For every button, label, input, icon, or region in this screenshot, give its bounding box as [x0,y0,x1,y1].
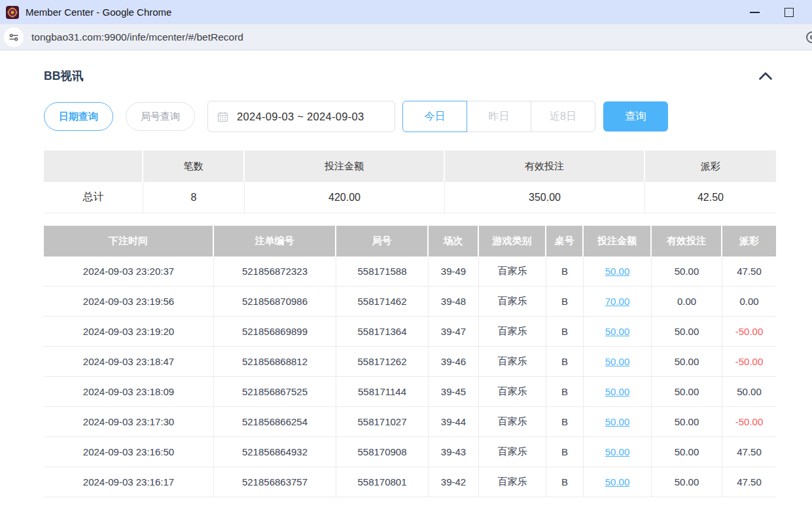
bet-cell: 558171462 [336,287,429,317]
bet-cell: 39-48 [429,287,479,317]
bet-header-cell: 游戏类别 [479,226,546,256]
bet-cell: 50.00 [652,377,722,407]
bet-record-table: 下注时间注单编号局号场次游戏类别桌号投注金额有效投注派彩 2024-09-03 … [44,226,776,497]
bet-cell: 558171262 [336,347,429,377]
url-field[interactable]: tongbao31.com:9900/infe/mcenter/#/betRec… [31,31,243,43]
bet-header-cell: 投注金额 [584,226,652,256]
summary-data-row: 总计8420.00350.0042.50 [44,182,776,213]
bet-cell: 50.00 [584,256,652,287]
bet-cell: 521856867525 [214,377,336,407]
bet-amount-link[interactable]: 50.00 [605,386,630,397]
bet-cell: 39-44 [429,407,479,437]
bet-cell: 521856863757 [214,467,336,497]
date-query-tab[interactable]: 日期查询 [44,102,113,131]
bet-cell: -50.00 [722,317,776,347]
bet-cell: 521856869899 [214,317,336,347]
bet-amount-link[interactable]: 50.00 [605,476,630,487]
bet-header-cell: 场次 [429,226,479,256]
bet-cell: 521856872323 [214,256,336,287]
summary-row-label: 总计 [44,182,143,213]
summary-header-cell: 投注金额 [245,150,445,182]
bet-table-body: 2024-09-03 23:20:37521856872323558171588… [44,256,776,497]
bet-amount-link[interactable]: 50.00 [605,356,630,367]
bet-cell: 百家乐 [479,287,546,317]
bet-cell: 50.00 [584,347,652,377]
bet-cell: 2024-09-03 23:16:17 [44,467,214,497]
bet-amount-link[interactable]: 50.00 [605,266,630,277]
bet-cell: 2024-09-03 23:20:37 [44,256,214,287]
bet-cell: 558170908 [336,437,429,467]
bet-cell: 521856866254 [214,407,336,437]
bet-cell: 百家乐 [479,437,546,467]
bet-cell: 百家乐 [479,256,546,287]
bet-cell: 百家乐 [479,467,546,497]
bet-cell: 50.00 [722,377,776,407]
site-settings-button[interactable] [4,27,24,47]
favicon-casino-chip-icon [6,6,19,19]
summary-value-cell: 8 [143,182,245,213]
bet-cell: 百家乐 [479,347,546,377]
search-button[interactable]: 查询 [603,101,668,132]
bet-cell: B [546,377,584,407]
bet-cell: 百家乐 [479,407,546,437]
last8days-button[interactable]: 近8日 [531,101,595,132]
bet-cell: 2024-09-03 23:19:20 [44,317,214,347]
filter-toolbar: 日期查询 局号查询 2024-09-03 ~ 2024-09-03 今日 昨日 … [44,101,776,132]
bet-cell: B [546,317,584,347]
bet-amount-link[interactable]: 50.00 [605,416,630,427]
bet-cell: 百家乐 [479,377,546,407]
bet-cell: 50.00 [652,407,722,437]
bet-cell: 558170801 [336,467,429,497]
bet-cell: 558171144 [336,377,429,407]
summary-header-row: 笔数投注金额有效投注派彩 [44,150,776,182]
bet-cell: 2024-09-03 23:19:56 [44,287,214,317]
page-title: BB视讯 [44,68,83,84]
bet-cell: -50.00 [722,347,776,377]
bet-cell: B [546,467,584,497]
summary-header-cell: 派彩 [645,150,776,182]
bet-amount-link[interactable]: 50.00 [605,446,630,457]
bet-cell: 50.00 [652,347,722,377]
bet-cell: B [546,407,584,437]
calendar-icon [217,111,228,122]
bet-amount-link[interactable]: 70.00 [605,296,630,307]
bet-cell: 0.00 [722,287,776,317]
bet-cell: 50.00 [584,407,652,437]
chevron-up-icon [758,71,773,80]
today-button[interactable]: 今日 [402,101,467,132]
maximize-button[interactable] [785,8,794,17]
date-range-picker[interactable]: 2024-09-03 ~ 2024-09-03 [207,101,395,132]
bet-header-cell: 派彩 [722,226,776,256]
bet-cell: B [546,437,584,467]
round-query-tab[interactable]: 局号查询 [126,102,195,131]
table-row: 2024-09-03 23:18:09521856867525558171144… [44,377,776,407]
bet-record-page: BB视讯 日期查询 局号查询 2024-09-03 ~ 2024-09-03 [0,68,812,497]
bet-cell: 50.00 [652,256,722,287]
table-row: 2024-09-03 23:19:56521856870986558171462… [44,287,776,317]
bet-cell: 39-47 [429,317,479,347]
bet-cell: 47.50 [722,437,776,467]
summary-value-cell: 42.50 [645,182,776,213]
bet-cell: 521856868812 [214,347,336,377]
minimize-button[interactable] [750,12,760,13]
clipped-omnibox-icon[interactable] [806,31,812,43]
bet-cell: 50.00 [584,467,652,497]
summary-header-cell [44,150,143,182]
yesterday-button[interactable]: 昨日 [467,101,531,132]
summary-header-cell: 笔数 [143,150,245,182]
table-row: 2024-09-03 23:20:37521856872323558171588… [44,256,776,287]
table-row: 2024-09-03 23:18:47521856868812558171262… [44,347,776,377]
bet-cell: 39-43 [429,437,479,467]
bet-amount-link[interactable]: 50.00 [605,326,630,337]
quick-range-group: 今日 昨日 近8日 [402,101,595,132]
bet-table-header-row: 下注时间注单编号局号场次游戏类别桌号投注金额有效投注派彩 [44,226,776,256]
bet-cell: 558171027 [336,407,429,437]
bet-cell: 39-46 [429,347,479,377]
table-row: 2024-09-03 23:16:50521856864932558170908… [44,437,776,467]
bet-cell: 50.00 [584,437,652,467]
table-row: 2024-09-03 23:19:20521856869899558171364… [44,317,776,347]
section-header: BB视讯 [44,68,776,84]
table-row: 2024-09-03 23:17:30521856866254558171027… [44,407,776,437]
collapse-section-button[interactable] [758,68,773,84]
window-titlebar: Member Center - Google Chrome [0,0,812,24]
